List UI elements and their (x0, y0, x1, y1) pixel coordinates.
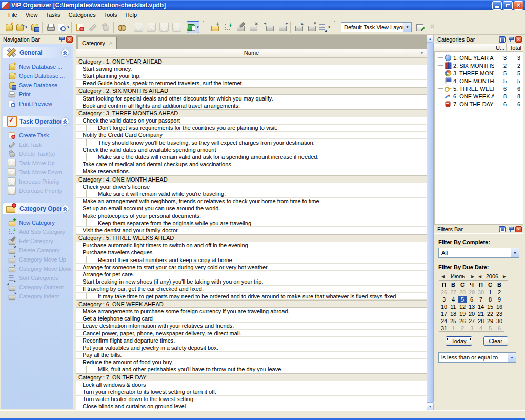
category-tree-row[interactable]: 2. SIX MONTHS AHEAD22 (435, 62, 523, 69)
task-row[interactable]: Start saving money. (76, 65, 427, 72)
calendar-day[interactable]: 26 (439, 289, 449, 296)
calendar-day[interactable]: 29 (486, 317, 495, 325)
calendar-day[interactable]: 15 (486, 303, 495, 310)
task-row[interactable]: Read Guide books, speak to returned trav… (76, 80, 427, 87)
category-tree-row[interactable]: 5. THREE WEEKS AHEA66 (435, 85, 523, 92)
category-indent-button[interactable] (276, 21, 289, 33)
collapse-chevron-icon[interactable] (61, 117, 69, 126)
category-row[interactable]: Category : 3. THREE MONTHS AHEAD (76, 109, 427, 117)
nav-item-category-indent[interactable]: Category Indent (7, 292, 71, 301)
nav-item-edit-task[interactable]: Edit Task (7, 140, 71, 149)
close-icon[interactable]: × (515, 226, 522, 232)
calendar-day[interactable]: 6 (467, 296, 476, 303)
new-database-button[interactable] (2, 21, 15, 33)
task-row[interactable]: Record their serial numbers and keep a c… (76, 256, 427, 264)
calendar-day[interactable]: 28 (458, 289, 467, 296)
category-tree-row[interactable]: 1. ONE YEAR AHEAD33 (435, 54, 523, 62)
close-icon[interactable]: × (66, 36, 73, 43)
calendar-day[interactable]: 16 (495, 303, 504, 310)
increase-priority-button[interactable] (170, 21, 183, 33)
category-tree-row[interactable]: 7. ON THE DAY66 (435, 100, 523, 108)
due-date-condition-combo[interactable]: is less than or equal to ▼ (438, 352, 516, 363)
create-task-button[interactable] (73, 21, 86, 33)
task-row[interactable]: Pay all the bills. (76, 352, 427, 359)
close-button[interactable]: × (514, 1, 523, 10)
nav-item-new-database[interactable]: New Database ... (7, 62, 71, 71)
nav-item-save-database[interactable]: Save Database (7, 81, 71, 90)
delete-layout-button[interactable] (426, 21, 439, 33)
category-row[interactable]: Category : 4. ONE MONTH AHEAD (76, 175, 427, 183)
nav-item-category-move-up[interactable]: Category Move Up (7, 255, 71, 264)
calendar-day[interactable]: 25 (449, 317, 458, 325)
new-category-button[interactable] (208, 21, 221, 33)
calendar-day[interactable]: 19 (458, 310, 467, 317)
next-year-icon[interactable]: ▶ (501, 274, 508, 279)
delete-category-button[interactable] (247, 21, 259, 33)
calendar-day[interactable]: 7 (476, 296, 486, 303)
calendar-day[interactable]: 6 (495, 325, 504, 332)
nav-item-print-preview[interactable]: Print Preview (7, 99, 71, 108)
menu-view[interactable]: View (22, 11, 42, 18)
complete-filter-combo[interactable]: All ▼ (438, 248, 519, 258)
task-row[interactable]: Reduce the amount of food you buy. (76, 359, 427, 366)
chevron-down-icon[interactable]: ▼ (196, 26, 199, 29)
task-row[interactable]: Start breaking in new shoes (if any) you… (76, 278, 427, 286)
task-move-down-button[interactable] (132, 21, 145, 33)
minimize-button[interactable] (492, 1, 502, 10)
task-row[interactable]: Make reservations. (76, 168, 427, 175)
chevron-down-icon[interactable]: ▼ (511, 248, 519, 257)
restore-button[interactable] (503, 1, 513, 10)
float-panel-icon[interactable] (499, 36, 506, 43)
calendar-day[interactable]: 27 (467, 317, 476, 325)
calendar-day[interactable]: 9 (495, 296, 504, 303)
scroll-up-icon[interactable]: ▲ (427, 35, 434, 43)
pin-icon[interactable] (58, 36, 65, 43)
task-row[interactable]: Arrange for someone to start your car du… (76, 264, 427, 271)
save-layout-button[interactable] (413, 21, 426, 33)
previous-month-icon[interactable]: ◀ (439, 274, 447, 279)
float-panel-icon[interactable] (499, 226, 506, 232)
task-row[interactable]: If traveling by car, get the car checked… (76, 286, 427, 293)
calendar-day[interactable]: 3 (439, 296, 449, 303)
category-move-down-button[interactable] (305, 21, 318, 33)
category-tree-row[interactable]: 6. ONE WEEK AHEAD88 (435, 92, 523, 100)
nav-item-print[interactable]: Print (7, 90, 71, 99)
calendar-day[interactable]: 20 (467, 310, 476, 317)
task-row[interactable]: Visit the dentist and your family doctor… (76, 227, 427, 234)
calendar-day[interactable]: 2 (458, 325, 467, 332)
calendar-day[interactable]: 29 (467, 289, 476, 296)
calendar-day[interactable]: 2 (495, 289, 504, 296)
task-row[interactable]: Lock all windows & doors (76, 381, 427, 388)
task-row[interactable]: Arrange for pet care. (76, 271, 427, 278)
task-row[interactable]: It may take time to get parts may need t… (76, 293, 427, 300)
nav-item-increase-priority[interactable]: Increase Priority (7, 177, 71, 186)
calendar-day[interactable]: 23 (495, 310, 504, 317)
total-column-header[interactable]: Total (506, 44, 523, 51)
nav-item-delete-category[interactable]: Delete Category (7, 246, 71, 255)
clear-button[interactable]: Clear (483, 336, 508, 346)
edit-category-button[interactable] (234, 21, 247, 33)
calendar-day[interactable]: 27 (449, 289, 458, 296)
chevron-down-icon[interactable]: ▼ (328, 26, 331, 29)
add-sub-category-button[interactable] (221, 21, 234, 33)
calendar-day[interactable]: 3 (467, 325, 476, 332)
nav-item-edit-category[interactable]: Edit Category (7, 236, 71, 246)
task-move-up-button[interactable] (145, 21, 157, 33)
save-database-button[interactable] (28, 21, 41, 33)
nav-item-category-move-down[interactable]: Category Move Down (7, 264, 71, 273)
task-row[interactable]: Don't forget visa requirements for the c… (76, 125, 427, 132)
vertical-scrollbar[interactable]: ▲ ▼ (427, 35, 434, 410)
sort-categories-button[interactable]: ▼ (318, 21, 331, 33)
collapse-chevron-icon[interactable] (61, 49, 69, 57)
close-icon[interactable]: × (515, 36, 522, 43)
category-tree-row[interactable]: 4. ONE MONTH AHEAD55 (435, 77, 523, 85)
task-row[interactable]: Check the valid dates on your passport (76, 117, 427, 125)
calendar-day[interactable]: 17 (439, 310, 449, 317)
calendar-day[interactable]: 18 (449, 310, 458, 317)
today-button[interactable]: Today (446, 336, 472, 346)
uncompleted-column-header[interactable]: U... (493, 44, 506, 51)
calendar-day[interactable]: 21 (476, 310, 486, 317)
task-row[interactable]: Cancel power, paper, phone, newspaper de… (76, 330, 427, 337)
previous-year-icon[interactable]: ◀ (476, 274, 483, 279)
scroll-down-icon[interactable]: ▼ (427, 403, 434, 410)
